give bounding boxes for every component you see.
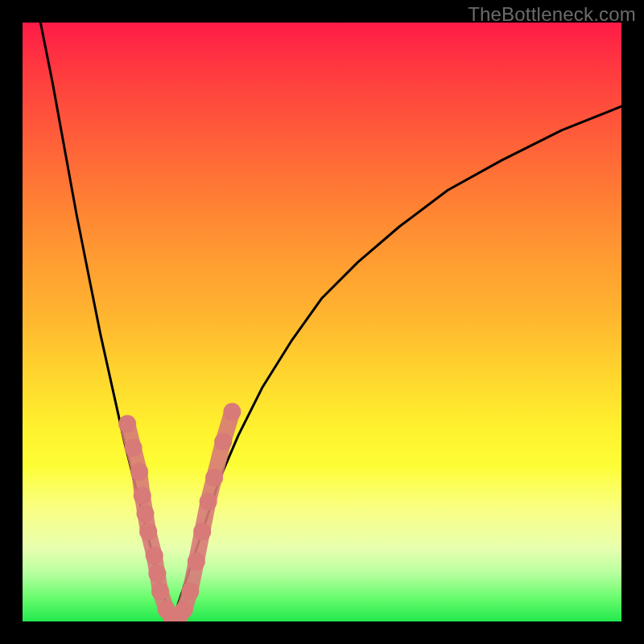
marker-dot bbox=[200, 493, 217, 510]
marker-dot bbox=[223, 403, 241, 421]
watermark-text: TheBottleneck.com bbox=[468, 3, 636, 26]
marker-dot bbox=[151, 583, 169, 601]
marker-dot bbox=[175, 601, 193, 618]
chart-svg bbox=[23, 23, 621, 621]
marker-dot bbox=[188, 553, 205, 571]
curve-layer bbox=[40, 23, 621, 621]
marker-dot bbox=[118, 415, 136, 433]
marker-dot bbox=[181, 583, 199, 601]
marker-dot bbox=[134, 487, 151, 505]
marker-layer bbox=[118, 403, 241, 621]
chart-plot-area bbox=[23, 23, 621, 621]
marker-dot bbox=[193, 522, 211, 540]
marker-dot bbox=[146, 547, 163, 564]
chart-frame: TheBottleneck.com bbox=[0, 0, 644, 644]
series-curve-right bbox=[172, 106, 621, 621]
marker-dot bbox=[205, 469, 223, 486]
marker-dot bbox=[139, 522, 157, 540]
marker-dot bbox=[137, 505, 155, 522]
marker-dot bbox=[125, 439, 142, 456]
marker-dot bbox=[148, 565, 166, 583]
marker-dot bbox=[130, 463, 148, 481]
marker-dot bbox=[214, 433, 232, 451]
